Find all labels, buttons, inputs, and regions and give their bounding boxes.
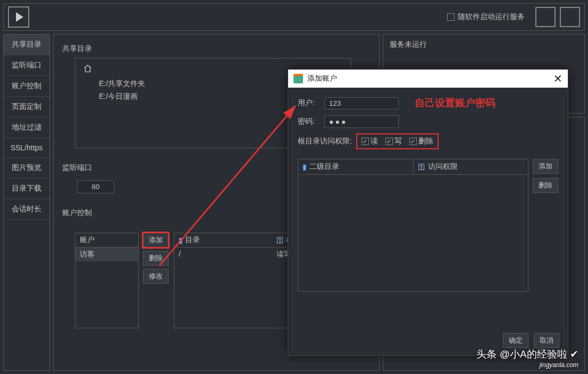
annotation-text: 自己设置账户密码 [415,96,495,110]
pwd-input[interactable]: ●●● [324,115,399,128]
close-icon[interactable]: ✕ [553,72,562,85]
share-label: 共享目录 [62,44,371,54]
perm-read[interactable]: ✓读 [362,137,378,146]
add-account-button[interactable]: 添加 [143,233,169,248]
root-perm-label: 根目录访问权限: [298,137,352,146]
modal-del-button[interactable]: 删除 [533,178,558,193]
sidebar-item-port[interactable]: 监听端口 [4,55,49,76]
account-list[interactable]: 账户 访客 [75,233,139,328]
subdir-table: ▮二级目录 ⚿访问权限 [298,159,528,292]
key-icon: ⚿ [276,236,284,244]
sidebar-item-page[interactable]: 页面定制 [4,97,49,117]
perm-write[interactable]: ✓写 [385,137,402,146]
watermark: 头条 @小A的经验啦 ✔ jingyanla.com [476,347,578,369]
folder-icon: ▮ [179,236,183,244]
status-text: 服务未运行 [390,40,427,48]
sidebar-item-share[interactable]: 共享目录 [4,35,49,55]
ok-button[interactable]: 确定 [503,333,528,348]
key-icon: ⚿ [418,163,425,171]
download-button[interactable] [535,7,556,27]
menu-button[interactable] [560,7,580,27]
sidebar-item-preview[interactable]: 图片预览 [4,158,49,178]
mod-account-button[interactable]: 修改 [143,269,169,284]
folder-icon: ▮ [303,163,307,171]
user-input[interactable] [324,97,399,109]
dir-cell: / [174,248,272,261]
account-item[interactable]: 访客 [75,248,138,261]
app-logo-icon [293,74,303,83]
sidebar-item-account[interactable]: 账户控制 [4,76,49,97]
pwd-label: 密码: [298,117,324,126]
cancel-button[interactable]: 取消 [534,333,559,348]
sidebar-item-session[interactable]: 会话时长 [4,199,49,220]
port-input[interactable] [77,180,114,193]
perm-highlight: ✓读 ✓写 ✓删除 [356,133,439,149]
sidebar-item-ssl[interactable]: SSL/https [4,138,49,158]
del-account-button[interactable]: 删除 [143,251,169,266]
add-user-modal: 添加账户 ✕ 用户: 自己设置账户密码 密码: ●●● 根目录访问权限: ✓读 … [288,69,568,356]
auto-run-checkbox[interactable]: 随软件启动运行服务 [447,12,525,22]
auto-run-label: 随软件启动运行服务 [458,12,525,22]
user-label: 用户: [298,98,324,108]
account-header: 账户 [75,233,138,248]
sidebar-item-dl[interactable]: 目录下载 [4,178,49,199]
modal-add-button[interactable]: 添加 [533,159,558,174]
perm-del[interactable]: ✓删除 [409,137,433,146]
sidebar-item-filter[interactable]: 地址过滤 [4,117,49,138]
modal-title: 添加账户 [307,74,337,83]
play-button[interactable] [8,6,29,28]
sidebar: 共享目录 监听端口 账户控制 页面定制 地址过滤 SSL/https 图片预览 … [3,34,50,371]
